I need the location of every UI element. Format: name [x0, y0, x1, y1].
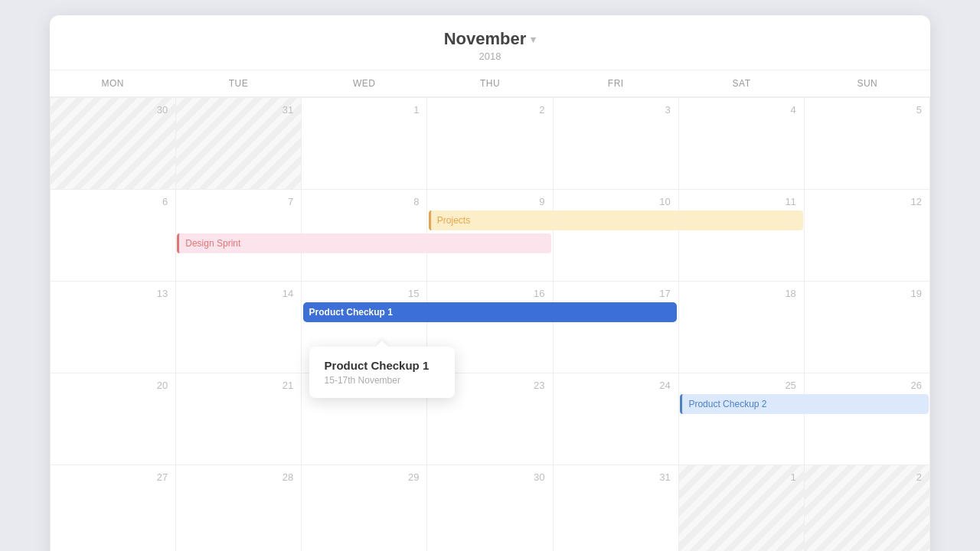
cell-nov-21[interactable]: 21 [176, 373, 302, 465]
cell-nov-29[interactable]: 29 [302, 465, 427, 551]
cell-nov-16[interactable]: 16 [427, 282, 553, 373]
cell-dec-2[interactable]: 2 [805, 465, 930, 551]
cell-nov-20[interactable]: 20 [51, 373, 176, 465]
calendar-container: November ▾ 2018 MON TUE WED THU FRI SAT … [50, 15, 930, 551]
cell-nov-6[interactable]: 6 [51, 190, 176, 282]
cell-nov-14[interactable]: 14 [176, 282, 302, 373]
cell-nov-22[interactable]: 22 [302, 373, 427, 465]
cell-nov-30[interactable]: 30 [427, 465, 553, 551]
cell-nov-11[interactable]: 11 [679, 190, 805, 282]
day-header-mon: MON [50, 70, 175, 96]
cell-nov-19[interactable]: 19 [805, 282, 930, 373]
cell-nov-1[interactable]: 1 [302, 98, 427, 190]
cell-dec-1[interactable]: 1 [679, 465, 805, 551]
calendar-header: November ▾ 2018 [50, 15, 930, 70]
cell-nov-2[interactable]: 2 [427, 98, 553, 190]
cell-nov-3[interactable]: 3 [554, 98, 679, 190]
cell-nov-17[interactable]: 17 [554, 282, 679, 373]
cell-nov-27[interactable]: 27 [51, 465, 176, 551]
calendar-title[interactable]: November ▾ [50, 29, 930, 49]
day-header-sun: SUN [805, 70, 930, 96]
cell-nov-18[interactable]: 18 [679, 282, 805, 373]
cell-oct-31[interactable]: 31 [176, 98, 302, 190]
day-header-tue: TUE [175, 70, 301, 96]
cell-nov-12[interactable]: 12 [805, 190, 930, 282]
cell-dec-31[interactable]: 31 [554, 465, 679, 551]
day-header-wed: WED [302, 70, 427, 96]
cell-nov-23[interactable]: 23 [427, 373, 553, 465]
cell-nov-7[interactable]: 7 [176, 190, 302, 282]
cell-nov-28[interactable]: 28 [176, 465, 302, 551]
cell-nov-4[interactable]: 4 [679, 98, 805, 190]
day-headers-row: MON TUE WED THU FRI SAT SUN [50, 70, 930, 97]
cell-nov-8[interactable]: 8 [302, 190, 427, 282]
cell-oct-30[interactable]: 30 [51, 98, 176, 190]
cell-nov-24[interactable]: 24 [554, 373, 679, 465]
cell-nov-25[interactable]: 25 [679, 373, 805, 465]
month-dropdown-arrow[interactable]: ▾ [531, 34, 536, 45]
month-label: November [444, 29, 527, 49]
cell-nov-15[interactable]: 15 [302, 282, 427, 373]
calendar-grid: 30 31 1 2 3 4 5 6 7 8 9 10 11 12 13 14 1… [50, 97, 930, 551]
cell-nov-13[interactable]: 13 [51, 282, 176, 373]
cell-nov-9[interactable]: 9 [427, 190, 553, 282]
year-label: 2018 [50, 51, 930, 62]
day-header-sat: SAT [678, 70, 804, 96]
cell-nov-10[interactable]: 10 [554, 190, 679, 282]
cell-nov-26[interactable]: 26 [805, 373, 930, 465]
cell-nov-5[interactable]: 5 [805, 98, 930, 190]
day-header-thu: THU [427, 70, 553, 96]
day-header-fri: FRI [553, 70, 678, 96]
